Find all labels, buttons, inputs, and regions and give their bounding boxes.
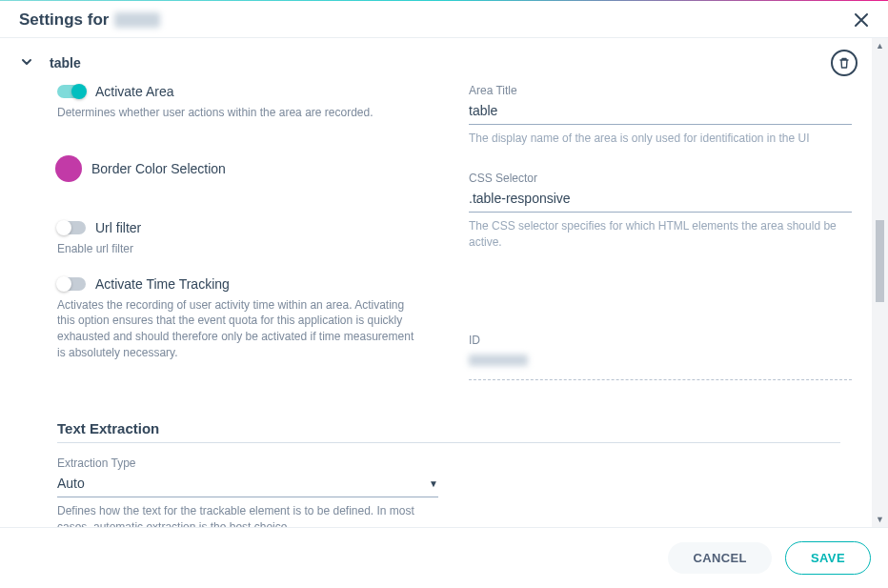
time-tracking-label: Activate Time Tracking: [95, 276, 230, 292]
trash-icon: [838, 56, 851, 70]
time-tracking-help: Activates the recording of user activity…: [57, 297, 419, 361]
url-filter-help: Enable url filter: [57, 241, 419, 257]
caret-down-icon: ▼: [429, 478, 438, 489]
area-section-header: table: [19, 38, 869, 84]
scrollbar[interactable]: ▲ ▼: [872, 38, 888, 527]
chevron-down-icon[interactable]: [21, 54, 32, 71]
extraction-type-help: Defines how the text for the trackable e…: [57, 503, 438, 527]
id-underline: [469, 379, 852, 380]
modal-body: table Activate Area: [0, 38, 888, 527]
save-button[interactable]: SAVE: [785, 541, 871, 575]
id-label: ID: [469, 334, 852, 347]
area-title-input[interactable]: [469, 99, 852, 125]
extraction-type-label: Extraction Type: [57, 456, 438, 470]
scroll-thumb[interactable]: [876, 220, 884, 302]
extraction-type-value: Auto: [57, 476, 85, 491]
modal-title-subject-redacted: [114, 12, 160, 28]
area-title-help: The display name of the area is only use…: [469, 131, 852, 147]
css-selector-input[interactable]: [469, 187, 852, 213]
cancel-button[interactable]: CANCEL: [668, 542, 772, 574]
modal-header: Settings for: [0, 1, 888, 38]
activate-area-help: Determines whether user actions within t…: [57, 105, 419, 121]
extraction-type-select[interactable]: Auto ▼: [57, 472, 438, 497]
delete-area-button[interactable]: [831, 50, 858, 76]
url-filter-toggle[interactable]: [57, 221, 86, 234]
scroll-up-arrow[interactable]: ▲: [876, 38, 884, 53]
border-color-swatch[interactable]: [55, 155, 82, 182]
scroll-track[interactable]: [872, 53, 888, 512]
url-filter-label: Url filter: [95, 220, 141, 235]
activate-area-label: Activate Area: [95, 84, 174, 99]
id-value-redacted: [469, 355, 528, 366]
modal-footer: CANCEL SAVE: [0, 527, 888, 588]
modal-title-prefix: Settings for: [19, 10, 109, 30]
time-tracking-toggle[interactable]: [57, 277, 86, 291]
text-extraction-heading: Text Extraction: [57, 415, 840, 443]
activate-area-toggle[interactable]: [57, 85, 86, 98]
css-selector-help: The CSS selector specifies for which HTM…: [469, 218, 852, 251]
close-icon[interactable]: [852, 10, 871, 30]
area-title-label: Area Title: [469, 84, 852, 97]
scroll-down-arrow[interactable]: ▼: [876, 512, 884, 527]
border-color-label: Border Color Selection: [91, 161, 226, 176]
css-selector-label: CSS Selector: [469, 172, 852, 185]
area-section-title: table: [50, 55, 81, 71]
modal-title: Settings for: [19, 10, 160, 30]
